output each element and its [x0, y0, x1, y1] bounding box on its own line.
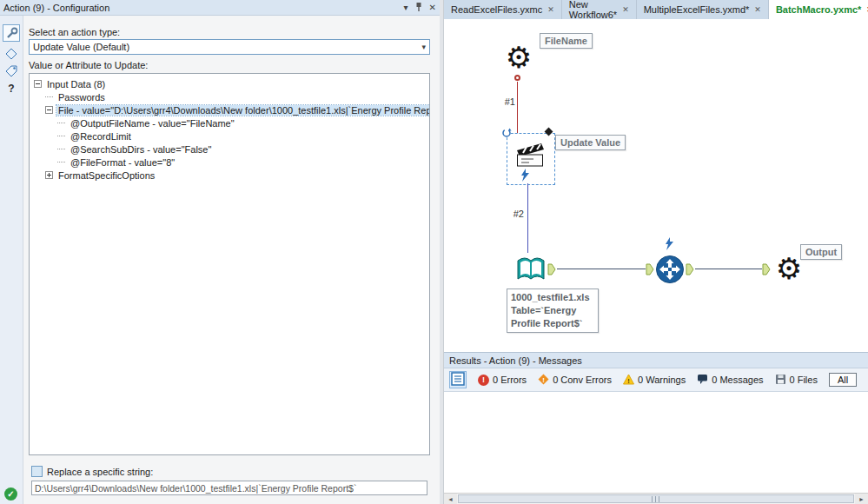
tree-item-searchsubdirs[interactable]: @SearchSubDirs - value="False": [30, 143, 429, 156]
config-tool-strip: ? ✓: [0, 16, 23, 504]
action-type-label: Select an action type:: [29, 27, 120, 37]
tool-label-output[interactable]: Output: [800, 244, 842, 260]
close-icon[interactable]: ✕: [547, 5, 554, 14]
chevron-down-icon[interactable]: ▾: [421, 43, 426, 51]
action-type-dropdown[interactable]: Update Value (Default) ▾: [29, 39, 430, 55]
book-icon: [515, 276, 547, 287]
scroll-right-button[interactable]: ►: [855, 494, 868, 504]
clapperboard-icon[interactable]: [515, 142, 546, 169]
tree-connector: [57, 149, 65, 149]
close-icon[interactable]: ✕: [754, 5, 761, 14]
workflow-panel: ReadExcelFiles.yxmc ✕ New Workflow6* ✕ M…: [444, 0, 868, 504]
connection-2[interactable]: [527, 183, 528, 253]
question-anchor-icon[interactable]: [514, 75, 520, 81]
navigation-diamond-icon[interactable]: [3, 45, 20, 63]
thumb-grip: [652, 496, 661, 502]
scroll-left-button[interactable]: ◄: [444, 494, 457, 504]
workflow-canvas[interactable]: ⚙ FileName #1: [444, 19, 868, 352]
messages-view-button[interactable]: [449, 371, 467, 388]
status-errors[interactable]: ! 0 Errors: [478, 375, 527, 386]
collapse-expander-icon[interactable]: [45, 106, 53, 114]
messages-icon: [697, 374, 708, 387]
tree-item-outputfilename[interactable]: @OutputFileName - value="FileName": [30, 116, 429, 129]
status-warnings[interactable]: ! 0 Warnings: [623, 374, 686, 387]
tree-item-fileformat[interactable]: @FileFormat - value="8": [30, 156, 429, 169]
tab-batchmacro[interactable]: BatchMacro.yxmc* ✕: [769, 0, 868, 19]
action-type-value: Update Value (Default): [33, 42, 421, 52]
help-question-icon[interactable]: ?: [3, 80, 20, 97]
config-panel-title: Action (9) - Configuration: [3, 3, 404, 13]
horizontal-scrollbar[interactable]: ◄ ►: [444, 493, 868, 504]
dock-menu-caret-icon[interactable]: ▾: [404, 3, 408, 12]
results-title: Results - Action (9) - Messages: [449, 355, 582, 366]
connection-1[interactable]: [517, 82, 518, 133]
four-way-arrows-tool[interactable]: [655, 255, 685, 286]
alteryx-designer-window: Action (9) - Configuration ▾ ✕ ?: [0, 0, 868, 504]
tree-connector: [57, 136, 65, 136]
message-list-icon: [451, 372, 465, 388]
input-data-tool[interactable]: [515, 254, 547, 287]
tab-readexcelfiles[interactable]: ReadExcelFiles.yxmc ✕: [444, 0, 562, 19]
conv-errors-icon: !: [538, 374, 549, 387]
config-body: Select an action type: Update Value (Def…: [23, 16, 440, 504]
lightning-anchor-icon[interactable]: [665, 237, 674, 252]
files-disk-icon: [775, 374, 786, 387]
config-panel-header: Action (9) - Configuration ▾ ✕: [0, 0, 440, 16]
input-anchor-icon[interactable]: [646, 263, 654, 277]
results-toolbar: ! 0 Errors ! 0 Conv Errors ! 0 Warnings: [444, 368, 868, 392]
gear-icon: ⚙: [506, 41, 532, 74]
tree-item-passwords[interactable]: Passwords: [30, 90, 429, 103]
results-message-area[interactable]: [444, 392, 868, 493]
tab-new-workflow6[interactable]: New Workflow6* ✕: [562, 0, 637, 19]
output-anchor-icon[interactable]: [686, 263, 694, 277]
results-panel: Results - Action (9) - Messages ! 0 Erro…: [444, 352, 868, 504]
tool-annotation[interactable]: 1000_testfile1.xls Table=`Energy Profile…: [507, 288, 599, 333]
four-way-arrows-icon: [655, 275, 685, 286]
configuration-panel: Action (9) - Configuration ▾ ✕ ?: [0, 0, 440, 504]
output-anchor-icon[interactable]: [547, 263, 556, 277]
replace-string-checkbox[interactable]: [31, 466, 43, 477]
tool-label-update-value[interactable]: Update Value: [555, 135, 626, 150]
status-messages[interactable]: 0 Messages: [697, 374, 763, 387]
replace-string-label: Replace a specific string:: [47, 467, 153, 477]
control-parameter-tool[interactable]: ⚙: [501, 42, 536, 76]
tree-connector: [57, 162, 65, 162]
expand-expander-icon[interactable]: [45, 171, 53, 179]
tab-multipleexcelfiles[interactable]: MultipleExcelFiles.yxmd* ✕: [637, 0, 769, 19]
gear-icon: ⚙: [776, 252, 802, 285]
close-icon[interactable]: ✕: [622, 5, 629, 14]
replace-string-row: Replace a specific string:: [31, 466, 153, 477]
connection-1-label: #1: [493, 96, 515, 107]
tree-connector: [45, 96, 53, 97]
status-conv-errors[interactable]: ! 0 Conv Errors: [538, 374, 612, 387]
tree-item-formatspecificoptions[interactable]: FormatSpecificOptions: [30, 169, 429, 182]
collapse-expander-icon[interactable]: [34, 80, 42, 88]
tree-item-input-data[interactable]: Input Data (8): [30, 77, 429, 90]
input-anchor-icon[interactable]: [762, 263, 771, 277]
lightning-anchor-icon[interactable]: [520, 169, 530, 183]
refresh-anchor-icon[interactable]: [501, 128, 512, 140]
annotation-tag-icon[interactable]: [3, 63, 20, 80]
svg-text:!: !: [627, 376, 630, 384]
tree-connector: [57, 123, 65, 123]
tree-label: Value or Attribute to Update:: [29, 60, 148, 70]
action-tool-selection[interactable]: [507, 133, 555, 185]
tree-item-file[interactable]: File - value="D:\Users\grr4\Downloads\Ne…: [30, 103, 429, 116]
status-files[interactable]: 0 Files: [775, 374, 818, 387]
connection-3[interactable]: [557, 269, 646, 269]
tool-label-filename[interactable]: FileName: [540, 33, 593, 49]
connection-4[interactable]: [695, 269, 762, 269]
scrollbar-thumb[interactable]: [458, 494, 854, 503]
connection-2-label: #2: [501, 209, 524, 219]
all-filter-button[interactable]: All: [829, 373, 857, 387]
attribute-tree[interactable]: Input Data (8) Passwords File - value="D…: [29, 73, 430, 455]
svg-text:!: !: [542, 375, 545, 383]
warnings-icon: !: [623, 374, 634, 387]
tree-item-recordlimit[interactable]: @RecordLimit: [30, 129, 429, 143]
errors-icon: !: [478, 375, 489, 386]
replace-string-input[interactable]: [31, 481, 427, 495]
configuration-tab-wrench-icon[interactable]: [3, 24, 20, 42]
document-tab-bar: ReadExcelFiles.yxmc ✕ New Workflow6* ✕ M…: [444, 0, 868, 20]
pin-icon[interactable]: [414, 2, 423, 14]
close-icon[interactable]: ✕: [429, 3, 436, 12]
